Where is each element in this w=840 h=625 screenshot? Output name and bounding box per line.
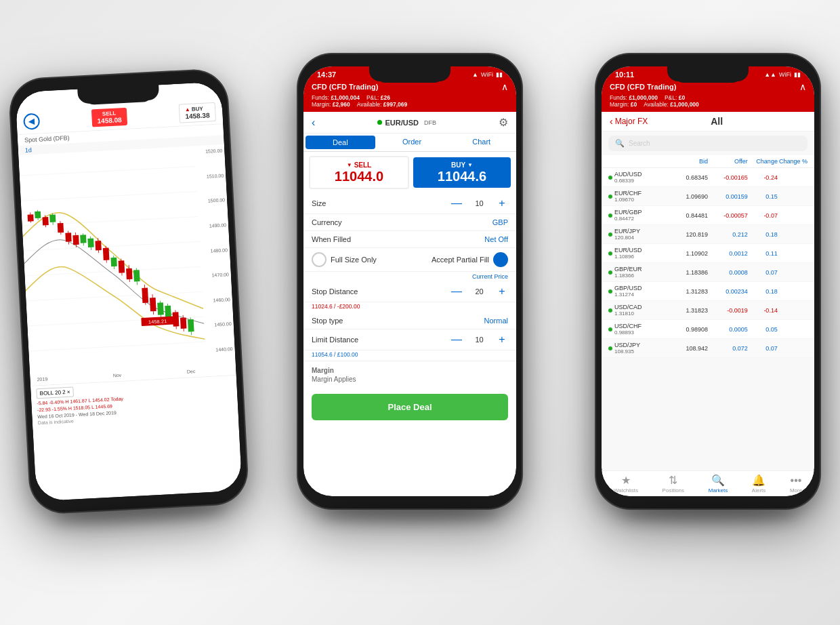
eurgbp-bid: 0.84481 [668, 212, 708, 219]
watchlists-icon: ★ [621, 475, 631, 486]
eurchf-bid-sub: 1.09670 [614, 197, 642, 203]
svg-line-0 [20, 167, 196, 176]
markets-screen: 10:11 ▲▲ WiFi ▮▮ CFD (CFD Trading) ∧ Fun… [602, 66, 814, 496]
usdchf-bid-sub: 0.98893 [614, 329, 642, 336]
svg-rect-39 [142, 288, 148, 303]
row-usdjpy[interactable]: USD/JPY 108.935 108.942 0.072 0.07 [602, 339, 814, 358]
deal-settings-icon[interactable]: ⚙ [499, 116, 508, 129]
deal-screen: 14:37 ▲ WiFi ▮▮ CFD (CFD Trading) ∧ Fund… [303, 66, 516, 496]
row-audusd[interactable]: AUD/USD 0.68339 0.68345 -0.00165 -0.24 [602, 168, 814, 187]
full-size-toggle[interactable] [312, 252, 327, 267]
svg-rect-23 [80, 235, 86, 243]
sell-arrow: ▼ [347, 162, 352, 168]
limit-info: 11054.6 / £100.00 [303, 350, 516, 361]
accept-partial-toggle[interactable] [493, 252, 508, 267]
markets-back-btn[interactable]: ‹ Major FX [610, 116, 648, 127]
limit-plus-btn[interactable]: + [496, 334, 508, 346]
eurchf-dot [608, 195, 612, 199]
tab-chart[interactable]: Chart [446, 134, 516, 151]
col-offer: Offer [708, 158, 748, 165]
size-minus-btn[interactable]: — [450, 197, 463, 209]
row-gbpusd[interactable]: GBP/USD 1.31274 1.31283 0.00234 0.18 [602, 282, 814, 301]
markets-margin: Margin: £0 [610, 101, 637, 108]
row-eurjpy[interactable]: EUR/JPY 120.804 120.819 0.212 0.18 [602, 225, 814, 244]
eurchf-bid: 1.09690 [668, 193, 708, 200]
eurjpy-bid-sub: 120.804 [614, 235, 640, 241]
search-icon: 🔍 [615, 139, 625, 148]
markets-cfd-info: Funds: £1,000,000 P&L: £0 [610, 94, 806, 101]
stop-distance-label: Stop Distance [312, 287, 358, 296]
markets-search-bar[interactable]: 🔍 Search [608, 136, 807, 151]
row-eurchf[interactable]: EUR/CHF 1.09670 1.09690 0.00159 0.15 [602, 187, 814, 206]
chart-area: 1520.00 1510.00 1500.00 1490.00 1480.00 … [18, 144, 236, 385]
gbpeur-change: 0.0008 [708, 269, 748, 276]
alerts-label: Alerts [752, 487, 765, 493]
signal-icon: ▲ [472, 71, 478, 78]
boll-indicator[interactable]: BOLL 20 2 × [36, 386, 74, 399]
usdjpy-change-pct: 0.07 [748, 345, 778, 352]
row-usdchf[interactable]: USD/CHF 0.98893 0.98908 0.0005 0.05 [602, 320, 814, 339]
svg-rect-43 [157, 302, 164, 315]
svg-rect-19 [65, 233, 71, 241]
deal-tab-bar: Deal Order Chart [303, 134, 516, 152]
row-eurgbp[interactable]: EUR/GBP 0.84472 0.84481 -0.00057 -0.07 [602, 206, 814, 225]
eurusd-dot [608, 251, 612, 256]
svg-rect-13 [42, 217, 48, 225]
place-deal-button[interactable]: Place Deal [312, 394, 508, 420]
row-gbpeur[interactable]: GBP/EUR 1.18366 1.18386 0.0008 0.07 [602, 263, 814, 282]
back-chevron: ‹ [610, 116, 613, 127]
row-eurusd[interactable]: EUR/USD 1.10896 1.10902 0.0012 0.11 [602, 244, 814, 263]
deal-limit-row: Limit Distance — 10 + [303, 329, 516, 350]
svg-rect-11 [35, 211, 41, 218]
usdcad-bid-sub: 1.31810 [614, 310, 642, 317]
deal-instrument-name: EUR/USD DFB [377, 119, 436, 127]
markets-bottom-nav: ★ Watchlists ⇅ Positions 🔍 Markets 🔔 Ale… [602, 470, 814, 496]
markets-cfd-header: CFD (CFD Trading) ∧ Funds: £1,000,000 P&… [602, 79, 814, 112]
nav-more[interactable]: ••• More [790, 475, 802, 493]
row-usdcad[interactable]: USD/CAD 1.31810 1.31823 -0.0019 -0.14 [602, 301, 814, 320]
eurjpy-dot [608, 233, 612, 237]
boll-label: BOLL 20 2 × [39, 389, 70, 397]
svg-rect-35 [126, 268, 133, 279]
nav-positions[interactable]: ⇅ Positions [663, 475, 684, 493]
candlestick-chart: 1458.21 [18, 144, 236, 385]
deal-stop-type-row: Stop type Normal [303, 312, 516, 329]
chart-buy-price: 1458.38 [185, 111, 210, 120]
usdcad-name: USD/CAD [614, 304, 642, 310]
limit-minus-btn[interactable]: — [450, 334, 463, 346]
deal-back-btn[interactable]: ‹ [312, 117, 315, 129]
more-label: More [790, 487, 802, 493]
eurchf-name: EUR/CHF [614, 190, 642, 197]
alerts-icon: 🔔 [752, 475, 765, 486]
deal-status-icons: ▲ WiFi ▮▮ [472, 71, 503, 78]
stop-type-value: Normal [484, 317, 508, 325]
gbpeur-bid: 1.18386 [668, 269, 708, 276]
stop-plus-btn[interactable]: + [496, 285, 508, 298]
price-1460-highlight: 1460.00 [213, 297, 230, 302]
tab-deal[interactable]: Deal [306, 136, 375, 149]
phone-deal: 14:37 ▲ WiFi ▮▮ CFD (CFD Trading) ∧ Fund… [298, 54, 522, 508]
svg-rect-25 [87, 239, 93, 247]
nav-watchlists[interactable]: ★ Watchlists [614, 475, 638, 493]
month-dec: Dec [187, 369, 196, 374]
stop-controls: — 20 + [450, 285, 508, 298]
margin-section: Margin Margin Applies [303, 361, 516, 388]
stop-minus-btn[interactable]: — [450, 285, 463, 298]
chart-buy-box[interactable]: ▲ BUY 1458.38 [178, 102, 216, 123]
deal-chevron-up[interactable]: ∧ [501, 81, 508, 92]
limit-value: 10 [471, 336, 488, 344]
nav-alerts[interactable]: 🔔 Alerts [752, 475, 765, 493]
tab-order[interactable]: Order [377, 134, 447, 151]
size-controls: — 10 + [450, 197, 508, 209]
deal-buy-box[interactable]: BUY ▼ 11044.6 [413, 157, 511, 188]
gbpusd-change: 0.00234 [708, 288, 748, 295]
size-plus-btn[interactable]: + [496, 197, 508, 209]
chart-sell-box[interactable]: SELL 1458.08 [91, 108, 127, 127]
audusd-bid-sub: 0.68339 [614, 178, 642, 184]
nav-markets[interactable]: 🔍 Markets [709, 475, 728, 493]
usdjpy-dot [608, 346, 612, 350]
markets-chevron-up[interactable]: ∧ [799, 81, 806, 92]
deal-buy-price: 11044.6 [417, 169, 507, 184]
deal-sell-box[interactable]: ▼ SELL 11044.0 [309, 156, 409, 189]
deal-cfd-info2: Margin: £2,960 Available: £997,069 [312, 101, 508, 108]
